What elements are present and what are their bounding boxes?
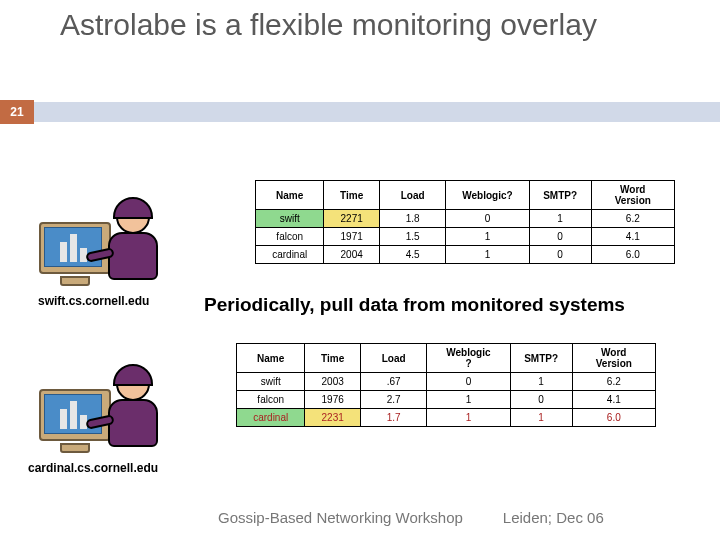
cell-time: 2231	[305, 409, 361, 427]
caption-cardinal: cardinal.cs.cornell.edu	[28, 461, 158, 475]
cell-weblogic: 0	[427, 373, 510, 391]
page-number-badge: 21	[0, 100, 34, 124]
table-row: falcon 1976 2.7 1 0 4.1	[237, 391, 656, 409]
cell-name: cardinal	[237, 409, 305, 427]
slide: Astrolabe is a flexible monitoring overl…	[0, 0, 720, 540]
cell-time: 1976	[305, 391, 361, 409]
cell-time: 2004	[324, 246, 380, 264]
slide-title: Astrolabe is a flexible monitoring overl…	[60, 8, 700, 43]
table-header-row: Name Time Load Weblogic? SMTP? Word Vers…	[256, 181, 675, 210]
cell-weblogic: 1	[427, 391, 510, 409]
cell-word: 4.1	[572, 391, 655, 409]
cell-time: 2003	[305, 373, 361, 391]
col-word: Word Version	[572, 344, 655, 373]
col-load: Load	[360, 344, 426, 373]
cell-smtp: 1	[510, 373, 572, 391]
col-load: Load	[379, 181, 445, 210]
table-row: swift 2271 1.8 0 1 6.2	[256, 210, 675, 228]
cell-weblogic: 1	[446, 246, 529, 264]
cell-load: 1.7	[360, 409, 426, 427]
col-name: Name	[256, 181, 324, 210]
cell-load: 4.5	[379, 246, 445, 264]
cell-time: 2271	[324, 210, 380, 228]
clipart-workstation-2	[36, 365, 164, 453]
col-smtp: SMTP?	[529, 181, 591, 210]
cell-time: 1971	[324, 228, 380, 246]
cell-load: .67	[360, 373, 426, 391]
person-icon	[102, 198, 164, 286]
cell-name: swift	[256, 210, 324, 228]
footer-right: Leiden; Dec 06	[503, 509, 604, 526]
footer-left: Gossip-Based Networking Workshop	[218, 509, 463, 526]
cell-weblogic: 0	[446, 210, 529, 228]
cell-load: 1.8	[379, 210, 445, 228]
cell-load: 2.7	[360, 391, 426, 409]
cell-load: 1.5	[379, 228, 445, 246]
col-word: Word Version	[591, 181, 674, 210]
col-weblogic: Weblogic?	[446, 181, 529, 210]
status-table-1: Name Time Load Weblogic? SMTP? Word Vers…	[255, 180, 675, 264]
cell-name: falcon	[256, 228, 324, 246]
cell-smtp: 0	[529, 228, 591, 246]
body-text: Periodically, pull data from monitored s…	[204, 294, 625, 316]
cell-word: 4.1	[591, 228, 674, 246]
person-icon	[102, 365, 164, 453]
cell-smtp: 0	[510, 391, 572, 409]
col-weblogic: Weblogic ?	[427, 344, 510, 373]
cell-name: swift	[237, 373, 305, 391]
col-smtp: SMTP?	[510, 344, 572, 373]
col-time: Time	[324, 181, 380, 210]
status-table-2: Name Time Load Weblogic ? SMTP? Word Ver…	[236, 343, 656, 427]
cell-weblogic: 1	[446, 228, 529, 246]
table-row: swift 2003 .67 0 1 6.2	[237, 373, 656, 391]
col-name: Name	[237, 344, 305, 373]
table-header-row: Name Time Load Weblogic ? SMTP? Word Ver…	[237, 344, 656, 373]
title-underline-bar	[0, 102, 720, 122]
table-row: cardinal 2004 4.5 1 0 6.0	[256, 246, 675, 264]
col-time: Time	[305, 344, 361, 373]
cell-word: 6.0	[591, 246, 674, 264]
cell-name: cardinal	[256, 246, 324, 264]
cell-word: 6.2	[591, 210, 674, 228]
caption-swift: swift.cs.cornell.edu	[38, 294, 149, 308]
title-area: Astrolabe is a flexible monitoring overl…	[0, 0, 720, 47]
cell-name: falcon	[237, 391, 305, 409]
footer: Gossip-Based Networking Workshop Leiden;…	[218, 509, 604, 526]
cell-smtp: 0	[529, 246, 591, 264]
clipart-workstation-1	[36, 198, 164, 286]
table-row: falcon 1971 1.5 1 0 4.1	[256, 228, 675, 246]
cell-smtp: 1	[510, 409, 572, 427]
cell-smtp: 1	[529, 210, 591, 228]
table-row: cardinal 2231 1.7 1 1 6.0	[237, 409, 656, 427]
cell-weblogic: 1	[427, 409, 510, 427]
cell-word: 6.0	[572, 409, 655, 427]
cell-word: 6.2	[572, 373, 655, 391]
